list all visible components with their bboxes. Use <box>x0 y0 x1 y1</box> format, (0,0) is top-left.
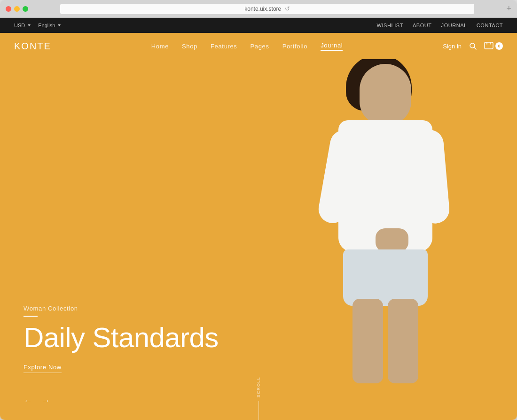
nav-shop[interactable]: Shop <box>182 43 197 50</box>
scroll-indicator: SCROLL <box>256 377 261 420</box>
model-leg-left <box>352 299 383 383</box>
cart-button[interactable]: 0 <box>484 42 503 50</box>
nav-journal[interactable]: Journal <box>321 42 343 51</box>
hero-arrows: ← → <box>24 396 50 406</box>
hero-cta-link[interactable]: Explore Now <box>24 364 62 373</box>
model-leg-right <box>388 299 418 383</box>
cart-count-badge: 0 <box>495 42 503 50</box>
model-head <box>360 64 411 125</box>
nav-right: Sign in 0 <box>443 42 503 50</box>
address-bar[interactable]: konte.uix.store ↺ <box>60 4 474 14</box>
traffic-lights <box>6 6 28 12</box>
nav-portfolio[interactable]: Portfolio <box>282 43 308 50</box>
model-shorts <box>343 249 428 306</box>
nav-home[interactable]: Home <box>151 43 169 50</box>
about-link[interactable]: ABOUT <box>413 23 432 28</box>
currency-selector[interactable]: USD <box>14 23 31 28</box>
logo-text: KONTE <box>14 41 51 51</box>
svg-rect-2 <box>485 42 493 49</box>
wishlist-link[interactable]: WISHLIST <box>377 23 403 28</box>
language-chevron-icon <box>58 24 61 26</box>
url-text: konte.uix.store <box>244 6 281 12</box>
hero-section: Woman Collection Daily Standards Explore… <box>0 59 517 420</box>
hero-subtitle: Woman Collection <box>24 305 219 312</box>
prev-slide-button[interactable]: ← <box>24 396 32 406</box>
nav-features[interactable]: Features <box>211 43 237 50</box>
website: USD English WISHLIST ABOUT JOURNAL CONTA… <box>0 18 517 420</box>
journal-link[interactable]: JOURNAL <box>441 23 467 28</box>
search-button[interactable] <box>469 42 477 50</box>
svg-line-1 <box>474 47 476 49</box>
hero-content: Woman Collection Daily Standards Explore… <box>24 305 219 373</box>
next-slide-button[interactable]: → <box>41 396 50 406</box>
language-label: English <box>38 23 55 28</box>
utility-left: USD English <box>14 23 61 28</box>
main-nav: KONTE Home Shop Features Pages Portfolio… <box>0 33 517 59</box>
model-hands <box>376 228 408 252</box>
nav-links: Home Shop Features Pages Portfolio Journ… <box>151 42 343 51</box>
hero-title: Daily Standards <box>24 316 219 353</box>
cart-icon <box>484 42 494 50</box>
browser-chrome: konte.uix.store ↺ + USD English WISHLIST… <box>0 0 517 420</box>
sign-in-link[interactable]: Sign in <box>443 43 462 50</box>
utility-bar: USD English WISHLIST ABOUT JOURNAL CONTA… <box>0 18 517 33</box>
scroll-text: SCROLL <box>256 377 261 397</box>
scroll-line <box>258 401 259 420</box>
browser-titlebar: konte.uix.store ↺ + <box>0 0 517 18</box>
search-icon <box>469 42 477 50</box>
minimize-button[interactable] <box>14 6 20 12</box>
hero-model-image <box>282 59 489 393</box>
logo[interactable]: KONTE <box>14 41 51 52</box>
currency-label: USD <box>14 23 25 28</box>
language-selector[interactable]: English <box>38 23 61 28</box>
reload-icon[interactable]: ↺ <box>285 5 290 12</box>
maximize-button[interactable] <box>23 6 28 12</box>
contact-link[interactable]: CONTACT <box>477 23 503 28</box>
model-body <box>282 59 489 393</box>
utility-right: WISHLIST ABOUT JOURNAL CONTACT <box>377 23 503 28</box>
nav-pages[interactable]: Pages <box>251 43 269 50</box>
close-button[interactable] <box>6 6 11 12</box>
new-tab-button[interactable]: + <box>506 4 511 14</box>
currency-chevron-icon <box>28 24 31 26</box>
